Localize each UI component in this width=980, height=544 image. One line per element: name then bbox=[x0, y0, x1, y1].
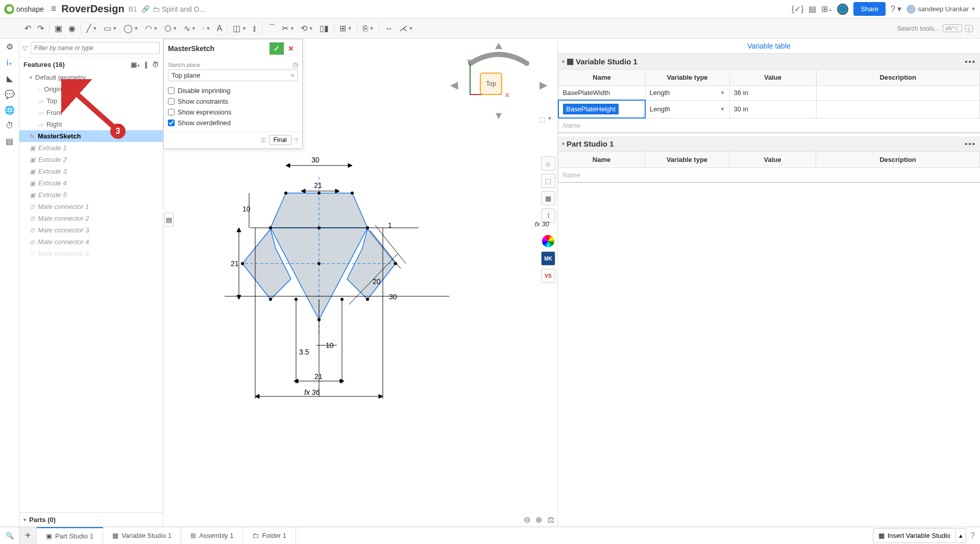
check-constraints[interactable]: Show constraints bbox=[168, 96, 298, 107]
rt-appearance-icon[interactable] bbox=[541, 234, 555, 248]
tree-origin[interactable]: ◦Origin bbox=[19, 83, 163, 95]
vs-more-icon[interactable]: ••• bbox=[965, 57, 976, 66]
vs-title-1[interactable]: ▾ ▦ Variable Studio 1 ••• bbox=[558, 54, 980, 69]
fillet-tool[interactable]: ⌒ bbox=[264, 21, 279, 36]
dialog-ok-button[interactable]: ✓ bbox=[270, 42, 284, 55]
rt-section-icon[interactable]: ▦ bbox=[541, 191, 555, 205]
branch-icon[interactable]: {✓} bbox=[792, 4, 804, 14]
measure-mass-icon[interactable]: ⊖ bbox=[524, 515, 530, 525]
help-icon[interactable]: ? ▾ bbox=[891, 4, 901, 14]
tree-extrude3[interactable]: ▣Extrude 3 bbox=[19, 165, 163, 177]
bottom-help-icon[interactable]: ? bbox=[970, 531, 975, 540]
rt-iso-icon[interactable]: ⬚ bbox=[541, 174, 555, 188]
add-tab-button[interactable]: + bbox=[19, 527, 37, 544]
offset-tool[interactable]: ⫿ bbox=[250, 22, 260, 35]
apps-icon[interactable]: ⊞₊ bbox=[821, 4, 832, 14]
rail-sheet-icon[interactable]: ▤ bbox=[6, 136, 13, 146]
rt-mk-icon[interactable]: MK bbox=[541, 251, 555, 266]
dimension-tool[interactable]: ↔ bbox=[382, 22, 396, 35]
viewcube-face[interactable]: Top bbox=[480, 73, 502, 95]
viewcube[interactable]: ◀ ▶ ▼ Y X Top bbox=[450, 43, 547, 120]
rail-comment-icon[interactable]: 💬 bbox=[5, 89, 15, 99]
folder-path[interactable]: 🗀 Spirit and O... bbox=[153, 5, 206, 13]
export-tool[interactable]: ⎘▼ bbox=[360, 22, 377, 35]
branch-label[interactable]: B1 bbox=[129, 5, 137, 13]
units-icon[interactable]: ⚖ bbox=[547, 515, 554, 525]
tab-part-studio[interactable]: ▣Part Studio 1 bbox=[37, 527, 103, 544]
dim-fx30[interactable]: fx fx 3030 bbox=[535, 220, 549, 228]
tree-extrude5[interactable]: ▣Extrude 5 bbox=[19, 189, 163, 201]
tab-assembly[interactable]: ⊞Assembly 1 bbox=[181, 527, 243, 544]
pause-icon[interactable]: ‖ bbox=[144, 61, 148, 68]
features-header[interactable]: Features (16) ▣₊ ‖ ⏱ bbox=[19, 58, 163, 72]
vs-title-2[interactable]: ▾ Part Studio 1 ••• bbox=[558, 136, 980, 151]
final-button[interactable]: Final bbox=[269, 135, 291, 145]
user-menu[interactable]: sandeep Urankar ▼ bbox=[906, 5, 976, 14]
insert-vs-dropdown[interactable]: ▴ bbox=[956, 528, 966, 543]
canvas[interactable]: MasterSketch ✓ ✕ Sketch plane ◷ Top plan… bbox=[163, 39, 557, 527]
constraint-tool[interactable]: ⋌▼ bbox=[396, 21, 416, 35]
inspect-icon[interactable]: 🔍 bbox=[0, 527, 19, 544]
history-icon[interactable]: ◷ bbox=[292, 61, 298, 68]
rt-home-icon[interactable]: ⌂ bbox=[541, 156, 555, 171]
rail-timer-icon[interactable]: ⏱ bbox=[6, 121, 14, 130]
sketch-graphic[interactable]: 30 21 10 1 21 20 30 10 3.5 21 fx 36 bbox=[194, 110, 480, 407]
undo-button[interactable]: ↶ bbox=[21, 21, 34, 35]
vs-more-icon[interactable]: ••• bbox=[965, 139, 976, 148]
tree-extrude4[interactable]: ▣Extrude 4 bbox=[19, 177, 163, 189]
view-down-icon[interactable]: ▼ bbox=[494, 110, 504, 122]
insert-variable-studio-button[interactable]: ▦Insert Variable Studio bbox=[873, 528, 956, 543]
rail-add-icon[interactable]: i₊ bbox=[7, 58, 13, 67]
rollback-icon[interactable]: ⏱ bbox=[152, 61, 159, 68]
constraints-toggle[interactable]: ▤ bbox=[164, 212, 174, 227]
check-imprint[interactable]: Disable imprinting bbox=[168, 85, 298, 96]
tree-mate4[interactable]: ⊙Mate connector 4 bbox=[19, 236, 163, 248]
redo-button[interactable]: ↷ bbox=[34, 21, 47, 35]
filter-icon[interactable]: ▽ bbox=[22, 44, 28, 52]
var-row-new[interactable]: Name bbox=[558, 118, 980, 133]
rect-tool[interactable]: ▭▼ bbox=[101, 21, 120, 35]
arc-tool[interactable]: ◠▼ bbox=[142, 21, 161, 35]
transform-tool[interactable]: ⟲▼ bbox=[298, 21, 316, 35]
tree-right-plane[interactable]: ▱Right bbox=[19, 119, 163, 130]
document-title[interactable]: RoverDesign bbox=[61, 3, 124, 15]
type-select[interactable]: Length▼ bbox=[650, 89, 725, 97]
share-button[interactable]: Share bbox=[853, 2, 886, 16]
tree-extrude2[interactable]: ▣Extrude 2 bbox=[19, 154, 163, 165]
cube-display-icon[interactable]: ⬚ bbox=[539, 115, 545, 123]
tree-mate3[interactable]: ⊙Mate connector 3 bbox=[19, 224, 163, 236]
tree-front-plane[interactable]: ▱Front bbox=[19, 107, 163, 119]
view-right-icon[interactable]: ▶ bbox=[540, 79, 547, 91]
line-tool[interactable]: ╱▼ bbox=[83, 21, 101, 35]
view-left-icon[interactable]: ◀ bbox=[450, 79, 458, 91]
var-row-1[interactable]: BasePlateWidth Length▼ 36 in bbox=[558, 86, 980, 101]
plane-field[interactable]: Top plane × bbox=[168, 69, 298, 81]
menu-icon[interactable]: ≡ bbox=[51, 4, 57, 14]
tree-extrude1[interactable]: ▣Extrude 1 bbox=[19, 142, 163, 154]
dialog-cancel-button[interactable]: ✕ bbox=[284, 42, 298, 55]
tree-default-geometry[interactable]: ▾Default geometry bbox=[19, 72, 163, 83]
pattern-tool[interactable]: ⊞▼ bbox=[336, 21, 355, 35]
check-expressions[interactable]: Show expressions bbox=[168, 107, 298, 117]
editing-cell[interactable]: BasePlateHeight bbox=[563, 104, 619, 114]
text-tool[interactable]: A bbox=[214, 22, 226, 35]
tree-mastersketch[interactable]: ✎MasterSketch bbox=[19, 130, 163, 142]
brand-logo[interactable]: ⬢ onshape bbox=[4, 4, 44, 14]
pencil-search-icon[interactable]: ✎⃝ bbox=[261, 136, 266, 144]
tree-mate1[interactable]: ⊙Mate connector 1 bbox=[19, 201, 163, 212]
rt-vs-icon[interactable]: VS bbox=[541, 269, 555, 283]
rail-cut-icon[interactable]: ◣ bbox=[7, 74, 13, 83]
circle-tool[interactable]: ◯▼ bbox=[120, 21, 142, 35]
tree-top-plane[interactable]: ▱Top bbox=[19, 95, 163, 107]
polygon-tool[interactable]: ⬡▼ bbox=[161, 21, 181, 35]
dialog-help-icon[interactable]: ? bbox=[295, 136, 298, 144]
tree-mate2[interactable]: ⊙Mate connector 2 bbox=[19, 212, 163, 224]
var-row-new[interactable]: Name bbox=[558, 168, 980, 182]
extrude-tool[interactable]: ◉ bbox=[65, 21, 79, 35]
check-overdefined[interactable]: Show overdefined bbox=[168, 117, 298, 128]
trim-tool[interactable]: ✂▼ bbox=[279, 21, 298, 35]
mirror-tool[interactable]: ▯▮ bbox=[316, 21, 332, 35]
filter-input[interactable] bbox=[31, 42, 160, 54]
rail-config-icon[interactable]: ⚙ bbox=[6, 42, 13, 52]
tab-variable-studio[interactable]: ▦Variable Studio 1 bbox=[103, 527, 181, 544]
